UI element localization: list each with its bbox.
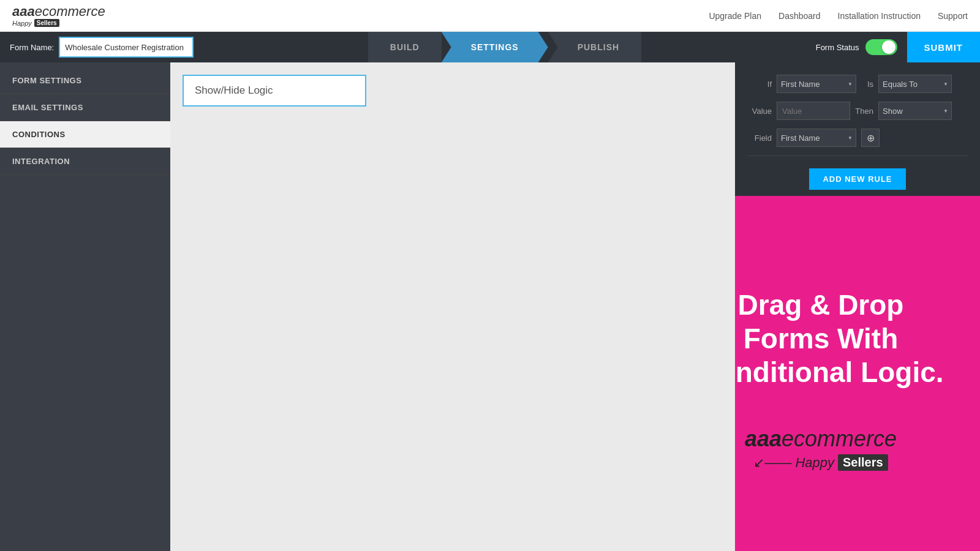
right-panel: If First Name Is Equals To Value Then [735,62,980,551]
if-row: If First Name Is Equals To [747,75,968,93]
promo-logo-sub: ↙—— Happy Sellers [753,454,888,471]
form-status-area: Form Status [816,39,897,55]
support-link[interactable]: Support [938,11,968,21]
installation-link[interactable]: Installation Instruction [838,11,921,21]
form-name-input[interactable] [59,37,194,58]
form-name-bar: Form Name: BUILD SETTINGS PUBLISH Form S… [0,32,980,62]
promo-heading-line1: Drag & Drop [738,289,904,321]
form-status-toggle[interactable] [865,39,897,55]
form-name-label: Form Name: [10,43,54,52]
logo-subtitle: Happy Sellers [12,19,105,27]
promo-heading-line2: Forms With [744,323,899,354]
add-new-rule-button[interactable]: ADD NEW RULE [809,168,905,190]
is-label: Is [861,80,873,89]
logo-brand: aaaecommerce [12,4,105,19]
field-label: Field [747,133,772,143]
field-row: Field First Name ⊕ [747,129,968,147]
value-label: Value [747,107,772,116]
rule-builder: If First Name Is Equals To Value Then [747,75,968,190]
if-label: If [747,80,772,89]
value-input[interactable] [777,102,850,120]
left-sidebar: FORM SETTINGS EMAIL SETTINGS CONDITIONS … [0,62,170,551]
logo-area: aaaecommerce Happy Sellers [12,4,105,27]
sidebar-item-integration[interactable]: INTEGRATION [0,148,170,175]
value-row: Value Then Show [747,102,968,120]
promo-heading-line3: Conditional Logic. [735,356,944,388]
add-rule-container: ADD NEW RULE [747,168,968,190]
logic-card: Show/Hide Logic [183,75,366,107]
then-action-select[interactable]: Show [878,102,952,120]
tab-build[interactable]: BUILD [368,32,442,62]
field-select-wrapper: First Name [777,129,856,147]
promo-arrow: ↙—— [753,455,791,471]
logo-aaa-text: aaa [12,4,35,19]
top-nav-links: Upgrade Plan Dashboard Installation Inst… [709,11,968,21]
sidebar-item-form-settings[interactable]: FORM SETTINGS [0,67,170,94]
form-status-label: Form Status [816,43,859,52]
toggle-knob [882,40,895,54]
is-condition-select[interactable]: Equals To [878,75,952,93]
promo-logo-aaa: aaaecommerce [745,426,897,452]
promo-logo: aaaecommerce ↙—— Happy Sellers [745,426,897,471]
tab-settings[interactable]: SETTINGS [442,32,548,62]
tabs-area: BUILD SETTINGS PUBLISH [194,32,815,62]
is-condition-wrapper: Equals To [878,75,952,93]
then-action-wrapper: Show [878,102,952,120]
then-label: Then [855,107,873,116]
center-content: Show/Hide Logic [170,62,735,551]
submit-button[interactable]: SUBMIT [907,32,981,62]
logic-card-title: Show/Hide Logic [195,84,273,96]
if-field-wrapper: First Name [777,75,856,93]
plus-icon: ⊕ [867,132,875,144]
promo-panel: Drag & Drop Forms With Conditional Logic… [735,196,980,551]
logo-happy: Happy [12,20,32,27]
if-field-select[interactable]: First Name [777,75,856,93]
sidebar-item-conditions[interactable]: CONDITIONS [0,121,170,148]
sidebar-item-email-settings[interactable]: EMAIL SETTINGS [0,94,170,121]
promo-heading: Drag & Drop Forms With Conditional Logic… [735,288,944,390]
logo-ecommerce-text: ecommerce [35,4,105,19]
tab-publish[interactable]: PUBLISH [548,32,641,62]
dashboard-link[interactable]: Dashboard [778,11,821,21]
upgrade-plan-link[interactable]: Upgrade Plan [709,11,761,21]
add-field-button[interactable]: ⊕ [861,129,880,147]
promo-sellers: Sellers [838,454,888,471]
logo-sellers: Sellers [34,19,59,27]
separator [747,156,968,156]
promo-happy: Happy [795,455,834,471]
top-navigation: aaaecommerce Happy Sellers Upgrade Plan … [0,0,980,32]
field-select[interactable]: First Name [777,129,856,147]
main-layout: FORM SETTINGS EMAIL SETTINGS CONDITIONS … [0,62,980,551]
